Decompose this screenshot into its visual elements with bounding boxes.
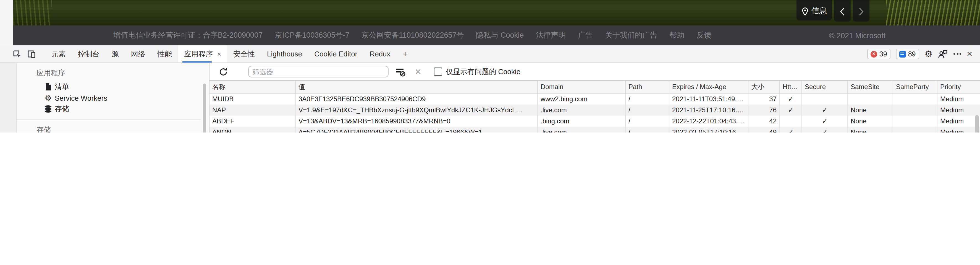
only-problem-cookies-checkbox[interactable]	[434, 67, 442, 76]
inspect-element-icon[interactable]	[10, 45, 24, 62]
devtools-close-icon[interactable]: ×	[967, 49, 972, 59]
footer-link-feedback[interactable]: 反馈	[697, 30, 711, 40]
column-header-priority[interactable]: Priority	[937, 81, 980, 93]
tab-security[interactable]: 安全性	[227, 45, 261, 62]
column-header-value[interactable]: 值	[296, 81, 538, 93]
tab-console[interactable]: 控制台	[72, 45, 106, 62]
cell-httponly: ✓	[780, 105, 802, 116]
cookie-filter-input[interactable]	[248, 66, 388, 77]
cell-samesite	[848, 94, 893, 105]
cell-path: /	[626, 94, 669, 105]
gear-icon: ⚙	[44, 94, 52, 102]
cell-secure: ✓	[802, 105, 848, 116]
tab-cookie-editor[interactable]: Cookie Editor	[308, 45, 363, 62]
willow-leaves-right	[886, 0, 980, 26]
sidebar-item-manifest[interactable]: 清单	[17, 81, 200, 93]
more-options-icon[interactable]	[953, 53, 961, 55]
error-icon: ×	[870, 51, 877, 57]
cell-sameparty	[893, 127, 937, 132]
tab-close-icon[interactable]: ×	[217, 50, 221, 58]
column-header-samesite[interactable]: SameSite	[848, 81, 893, 93]
column-header-sameparty[interactable]: SameParty	[893, 81, 937, 93]
tab-network[interactable]: 网络	[125, 45, 151, 62]
tab-performance[interactable]: 性能	[151, 45, 178, 62]
next-image-button[interactable]	[853, 0, 869, 22]
column-header-size[interactable]: 大小	[748, 81, 780, 93]
tab-lighthouse[interactable]: Lighthouse	[261, 45, 308, 62]
location-pin-icon	[802, 7, 809, 16]
cell-value: 3A0E3F1325BE6DC939BB307524906CD9	[296, 94, 538, 105]
message-count-badge[interactable]: 89	[896, 49, 919, 59]
sidebar-scrollbar-thumb[interactable]	[203, 83, 206, 132]
screenshot-root: 信息 增值电信业务经营许可证：合字B2-20090007	[0, 0, 980, 132]
cookie-row-ANON[interactable]: ANONA=5C7DF231AAB24B9004FB0CFBFFFFFFFF&E…	[210, 127, 980, 132]
cell-value: V=1.9&E=197d&C=_THBbXznsuj-G-jttb9XQmlBw…	[296, 105, 538, 116]
previous-image-button[interactable]	[834, 0, 851, 22]
copyright-text: © 2021 Microsoft	[829, 26, 886, 45]
database-icon	[44, 105, 52, 113]
footer-link-license[interactable]: 增值电信业务经营许可证：合字B2-20090007	[113, 30, 262, 40]
cell-name: ABDEF	[210, 116, 296, 127]
error-count-badge[interactable]: × 39	[867, 49, 891, 59]
cell-name: NAP	[210, 105, 296, 116]
bing-hero-image: 信息	[13, 0, 980, 26]
tab-elements[interactable]: 元素	[45, 45, 72, 62]
cell-samesite: None	[848, 105, 893, 116]
cell-name: MUIDB	[210, 94, 296, 105]
cell-sameparty	[893, 94, 937, 105]
willow-leaves-left	[13, 0, 52, 26]
only-problem-cookies-label: 仅显示有问题的 Cookie	[446, 67, 520, 77]
cell-httponly	[780, 116, 802, 127]
clear-filter-icon[interactable]	[395, 67, 406, 77]
footer-link-privacy[interactable]: 隐私与 Cookie	[476, 30, 524, 40]
cookies-toolbar: ✕ 仅显示有问题的 Cookie	[210, 63, 980, 81]
cell-domain: .bing.com	[538, 116, 626, 127]
column-header-httponly[interactable]: Htt…	[780, 81, 802, 93]
add-tab-button[interactable]: +	[396, 45, 414, 62]
column-header-domain[interactable]: Domain	[538, 81, 626, 93]
cookies-panel: ✕ 仅显示有问题的 Cookie 名称值DomainPathExpires / …	[210, 63, 980, 132]
cell-sameparty	[893, 105, 937, 116]
footer-link-ads[interactable]: 广告	[578, 30, 593, 40]
tab-sources[interactable]: 源	[106, 45, 125, 62]
device-toolbar-icon[interactable]	[24, 45, 39, 62]
footer-link-about-ads[interactable]: 关于我们的广告	[605, 30, 657, 40]
column-header-secure[interactable]: Secure	[802, 81, 848, 93]
sidebar-item-storage[interactable]: 存储	[17, 104, 200, 115]
cell-size: 42	[748, 116, 780, 127]
footer-link-icp[interactable]: 京ICP备10036305号-7	[275, 30, 349, 40]
cell-domain: .live.com	[538, 127, 626, 132]
cell-value: V=13&ABDV=13&MRB=1608599083377&MRNB=0	[296, 116, 538, 127]
feedback-icon[interactable]	[938, 49, 948, 58]
cell-name: ANON	[210, 127, 296, 132]
table-scrollbar-thumb[interactable]	[975, 115, 979, 132]
cell-path: /	[626, 116, 669, 127]
image-info-button[interactable]: 信息	[797, 0, 832, 21]
footer-link-help[interactable]: 帮助	[669, 30, 684, 40]
cookie-row-ABDEF[interactable]: ABDEFV=13&ABDV=13&MRB=1608599083377&MRNB…	[210, 116, 980, 127]
active-tab-underline	[182, 61, 212, 62]
sidebar-item-service-workers[interactable]: ⚙ Service Workers	[17, 93, 200, 104]
footer-link-legal[interactable]: 法律声明	[536, 30, 566, 40]
column-header-expires[interactable]: Expires / Max-Age	[669, 81, 748, 93]
tab-redux[interactable]: Redux	[363, 45, 396, 62]
footer-link-security[interactable]: 京公网安备11010802022657号	[361, 30, 464, 40]
devtools-tabbar: 元素 控制台 源 网络 性能 应用程序 × 安全性 Lighthouse Coo…	[0, 45, 980, 63]
message-count: 89	[908, 50, 916, 58]
refresh-icon[interactable]	[219, 67, 228, 76]
settings-gear-icon[interactable]: ⚙	[924, 49, 932, 59]
column-header-path[interactable]: Path	[626, 81, 669, 93]
cookie-row-MUIDB[interactable]: MUIDB3A0E3F1325BE6DC939BB307524906CD9www…	[210, 94, 980, 105]
webpage-region: 信息 增值电信业务经营许可证：合字B2-20090007	[0, 0, 980, 45]
section-storage-title: 存储	[17, 125, 200, 132]
cell-expires: 2021-11-25T17:10:16.…	[669, 105, 748, 116]
sidebar-scrollbar[interactable]	[200, 63, 210, 132]
cell-path: /	[626, 127, 669, 132]
column-header-name[interactable]: 名称	[210, 81, 296, 93]
cell-httponly: ✓	[780, 127, 802, 132]
left-gutter	[0, 0, 13, 45]
clear-x-icon[interactable]: ✕	[415, 67, 422, 77]
cookie-row-NAP[interactable]: NAPV=1.9&E=197d&C=_THBbXznsuj-G-jttb9XQm…	[210, 105, 980, 116]
cell-samesite: None	[848, 116, 893, 127]
tab-application[interactable]: 应用程序 ×	[178, 45, 227, 62]
